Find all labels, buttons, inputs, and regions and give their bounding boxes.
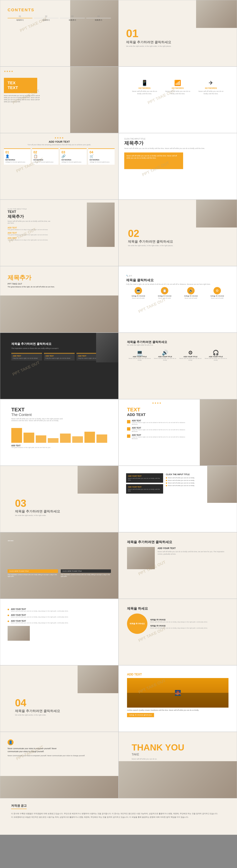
left-col-8r: ADD YOUR TEXT Never self-off while you c… [126,473,163,494]
ref-title: 저작권 공고 [11,804,27,809]
dark-box-2: ADD YOUR TEXT Never self-off while you c… [126,484,163,494]
btn-1-9l[interactable]: CLICK HERE TO ADD TITLE [7,569,58,573]
bridge-image: 🌉 [127,678,229,708]
slide-row-4: CLICK THE INPUT TITLE TEXT 제목추가 Never se… [0,199,237,266]
slide-7-right: TEXT ADD TEXT ADD TEXT Fully the road is… [119,399,237,466]
card-1-icon: 👤 [5,154,29,158]
text-title-7l: TEXT [11,407,107,413]
slide-row-8: 03 제목을 추가하려면 클릭하세요 We write the right wo… [0,466,237,532]
slide-12-left: 👤 Never communicate your vision to empow… [0,732,119,798]
slide-4-right: 02 제목을 추가하려면 클릭하세요 We write the right wo… [119,199,237,266]
building-image [0,296,118,333]
dot-1 [7,609,9,610]
bridge-btn[interactable]: 제목을 추가하려면 클릭하세요 [127,713,154,717]
icon-circle-4: ⚙ [213,287,221,294]
slide-10-right: 제목을 하세요 제목을 추가하세요 제목을 추가하려면 Never self-o… [119,599,237,665]
dot-2 [7,615,9,616]
icon-item-4: ⚙ 제목을 추가하려면 Never self-off while [205,287,230,299]
ref-text: 이 문서에 수록된 내용들은 자작권법에 의해 보호받고 있습니다. 무단으로 … [11,812,226,819]
btn-2-9l[interactable]: CLICK HERE TO ADD TITLE [61,569,111,573]
desc-4l: Never self-off while you can do so kindl… [7,220,52,224]
title-추가-big: 제목추가 [7,274,111,282]
icon-row-6r: 💻 ADD YOUR TITLE Never self-off while yo… [127,350,229,361]
desc-1-9l: The inspiration comes to those who are r… [7,574,58,577]
slide-11-right: ADD TEXT 🌉 Archive speech Quality Answer… [119,665,237,732]
copyright-slide: 저작권 공고 이 문서에 수록된 내용들은 자작권법에 의해 보호받고 있습니다… [0,798,237,835]
card-4: 04 🛒 KEYWORDS 제목을 추가하려면 클릭하세요 [88,148,115,165]
slide-row-11: 04 제목을 추가하려면 클릭하세요 We write the right wo… [0,665,237,732]
subtitle-kr: 제목추가 [7,214,111,219]
bar-3 [36,435,47,443]
slide-6-left: 제목을 추가하려면 클릭하세요 The inspiration comes to… [0,333,119,399]
sub-text-12l: Never communicate your vision to empower… [7,754,111,757]
desc-2-9l: The inspiration comes to those who are r… [61,574,111,577]
orange-circle: 제목을 추가하세요 [127,614,148,634]
bridge-desc: Archive speech Quality Answer Goodness u… [127,709,229,711]
title-9r: 제목을 추가하려면 클릭하세요 [127,540,229,544]
add-item-10l-1: ADD YOUR TEXT Never self-off while you c… [7,608,111,612]
top-image-8l [78,466,118,494]
orange-box-text: Never self-off while you can do so kindl… [127,155,181,159]
bar-4 [48,438,58,443]
tex-desc: Never self-off while you can do so kindl… [4,95,41,103]
slide-3-right: CLICK THE INPUT TITLE 제목추가 Never self-of… [119,133,237,199]
sub-6r: We write the right order for all of us. [127,344,229,346]
bar-5 [60,434,71,443]
main-text-12l: Never communicate your vision to empower… [7,747,63,753]
cards-row: 01 👤 KEYWORDS 제목을 추가하려면 클릭하세요 02 📋 KEYWO… [4,148,114,165]
speaker-icon: 🔊 [152,350,178,356]
dark-image-6l [96,333,118,362]
bg-image-12r [119,761,237,798]
add-text-11r: ADD TEXT [127,673,229,676]
bar-8 [97,434,107,443]
add-text-title-9r: ADD YOUR TEXT [158,547,229,550]
bar-1 [11,428,22,443]
section-2-title: 제목을 추가하려면 클릭하세요 [128,239,228,244]
card-2-icon: 📋 [33,154,57,158]
add-item-2: ADD TEXT The great distance is to stay i… [7,232,111,236]
slide-12-right: THANK YOU TAKE Never self-off while you … [119,732,237,798]
icon-col-3: ⚙ ADD YOUR TITLE Never self-off while yo… [178,350,203,361]
desc-5l: The great distance of the right, do not … [7,286,59,288]
bullet-dot-3 [166,483,167,484]
thank-you-text: THANK YOU [132,743,224,752]
slide-row-2: ★★★★ TEX TEXT Never self-off while you c… [0,66,237,133]
camera-image [127,547,155,569]
stars-row: ★★★★ [4,69,14,73]
bullet-dot-2 [166,480,167,481]
section-4-title: 제목을 추가하려면 클릭하세요 [15,709,104,713]
text-items-7r: ADD TEXT Fully the road is right, do not… [127,420,192,439]
card-1: 01 👤 KEYWORDS 제목을 추가하려면 클릭하세요 [4,148,30,165]
gear-icon: ⚙ [178,350,203,356]
add-item-10l-3: ADD YOUR TEXT Never self-off while you c… [7,620,111,624]
icon-col-4: 🎧 ADD YOUR TITLE Never self-off while yo… [203,350,229,361]
contents-item-3: 03 제목추가 [60,15,85,22]
search-label: 🔍 검색 [126,275,230,277]
slide-row-12: 👤 Never communicate your vision to empow… [0,732,237,798]
top-image-11l [78,665,118,693]
contents-item-2: 02 제목추가 [34,15,59,22]
image-8r [207,466,237,503]
plane-icon: ✈ [196,80,226,86]
laptop-icon: 💻 [127,350,152,356]
slide-1-right: 01 제목을 추가하려면 클릭하세요 We write the right wo… [119,0,237,66]
desc-7l: Never self-off while you can do so kindl… [11,418,63,422]
slide-8-right: ADD YOUR TEXT Never self-off while you c… [119,466,237,532]
keyword-2: 📶 KEYWORDS Never self-off while you can … [163,80,192,95]
section-title-kr: 제목을 추가하려면 클릭하세요 [126,40,230,44]
bar-2 [24,433,34,443]
slide-5-left: 제목추가 PPT TAKE OUT The great distance of … [0,266,119,333]
title-10r: 제목을 하세요 [127,606,229,611]
phone-icon: 📱 [130,80,159,86]
orange-highlight-box: Never self-off while you can do so kindl… [124,152,183,169]
card-3-icon: 🔗 [61,154,85,158]
t-item-2: ADD TEXT Fully the road is right, do not… [127,427,192,432]
desc-12r: Never self-off while you can do so. [132,758,224,760]
slide-3-left: ★★★★ ADD YOUR TEXT Turn all your ideas i… [0,133,119,199]
add-your-text-sub: Turn all your ideas into amazing present… [4,144,114,146]
headphone-icon: 🎧 [203,350,229,356]
icon-item-2: 📋 제목을 추가하려면 Never self-off while [152,287,177,299]
t-icon-3 [127,434,130,438]
t-icon-1 [127,420,130,423]
slide-9-right: 제목을 추가하려면 클릭하세요 ADD YOUR TEXT Never self… [119,532,237,599]
